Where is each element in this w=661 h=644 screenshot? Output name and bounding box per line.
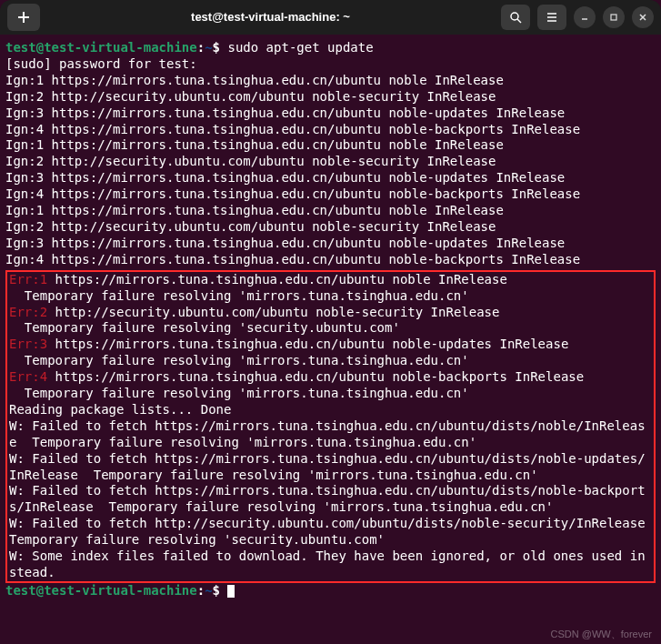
prompt-user-host: test@test-virtual-machine: [5, 583, 197, 598]
err-line: Err:2 http://security.ubuntu.com/ubuntu …: [9, 305, 652, 321]
plus-icon: [17, 11, 30, 24]
err-key: Err:2: [9, 305, 47, 319]
err-key: Err:3: [9, 337, 47, 351]
terminal-body[interactable]: test@test-virtual-machine:~$ sudo apt-ge…: [0, 35, 661, 599]
minimize-icon: [580, 13, 589, 22]
ign-line: Ign:1 https://mirrors.tuna.tsinghua.edu.…: [5, 137, 656, 154]
watermark: CSDN @WW、forever: [551, 628, 652, 640]
err-line: Temporary failure resolving 'mirrors.tun…: [9, 288, 652, 305]
window-title: test@test-virtual-machine: ~: [47, 10, 494, 25]
err-line: Err:3 https://mirrors.tuna.tsinghua.edu.…: [9, 337, 652, 353]
command-text: sudo apt-get update: [227, 40, 373, 55]
err-key: Err:1: [9, 272, 47, 287]
err-line: Err:1 https://mirrors.tuna.tsinghua.edu.…: [9, 272, 652, 288]
ign-line: Ign:3 https://mirrors.tuna.tsinghua.edu.…: [5, 170, 656, 186]
prompt-path: ~: [205, 40, 212, 55]
ign-line: Ign:2 http://security.ubuntu.com/ubuntu …: [5, 154, 656, 170]
search-button[interactable]: [501, 5, 530, 30]
prompt-dollar: $: [213, 40, 220, 55]
error-highlight-box: Err:1 https://mirrors.tuna.tsinghua.edu.…: [5, 270, 656, 583]
ign-lines: Ign:1 https://mirrors.tuna.tsinghua.edu.…: [5, 73, 656, 268]
prompt-dollar: $: [213, 583, 220, 598]
minimize-button[interactable]: [574, 6, 596, 28]
err-line: Temporary failure resolving 'mirrors.tun…: [9, 386, 652, 402]
err-key: Err:4: [9, 369, 47, 384]
prompt-path: ~: [205, 583, 212, 598]
prompt-sep: :: [197, 583, 205, 598]
hamburger-icon: [546, 11, 558, 24]
svg-point-0: [511, 13, 518, 20]
err-line: Temporary failure resolving 'security.ub…: [9, 320, 652, 337]
close-icon: [638, 13, 647, 22]
ign-line: Ign:3 https://mirrors.tuna.tsinghua.edu.…: [5, 106, 656, 122]
err-lines: Err:1 https://mirrors.tuna.tsinghua.edu.…: [9, 272, 652, 402]
prompt-line: test@test-virtual-machine:~$ sudo apt-ge…: [5, 40, 656, 56]
reading-lists-line: Reading package lists... Done: [9, 402, 652, 418]
ign-line: Ign:4 https://mirrors.tuna.tsinghua.edu.…: [5, 122, 656, 138]
ign-line: Ign:2 http://security.ubuntu.com/ubuntu …: [5, 219, 656, 236]
prompt-line-2: test@test-virtual-machine:~$: [5, 583, 656, 599]
warning-line: W: Failed to fetch http://security.ubunt…: [9, 516, 652, 548]
maximize-icon: [609, 13, 618, 22]
ign-line: Ign:1 https://mirrors.tuna.tsinghua.edu.…: [5, 73, 656, 89]
warning-line: W: Failed to fetch https://mirrors.tuna.…: [9, 418, 652, 451]
prompt-user-host: test@test-virtual-machine: [5, 40, 197, 55]
ign-line: Ign:4 https://mirrors.tuna.tsinghua.edu.…: [5, 252, 656, 268]
ign-line: Ign:4 https://mirrors.tuna.tsinghua.edu.…: [5, 186, 656, 203]
warning-line: W: Failed to fetch https://mirrors.tuna.…: [9, 451, 652, 484]
sudo-password-line: [sudo] password for test:: [5, 56, 656, 73]
warning-line: W: Some index files failed to download. …: [9, 548, 652, 581]
warning-lines: W: Failed to fetch https://mirrors.tuna.…: [9, 418, 652, 581]
titlebar-controls: [501, 5, 654, 30]
close-button[interactable]: [632, 6, 654, 28]
err-line: Err:4 https://mirrors.tuna.tsinghua.edu.…: [9, 369, 652, 386]
warning-line: W: Failed to fetch https://mirrors.tuna.…: [9, 483, 652, 516]
prompt-sep: :: [197, 40, 205, 55]
search-icon: [509, 11, 522, 24]
ign-line: Ign:1 https://mirrors.tuna.tsinghua.edu.…: [5, 203, 656, 219]
menu-button[interactable]: [537, 5, 566, 30]
new-tab-button[interactable]: [7, 4, 40, 31]
cursor: [227, 585, 235, 598]
maximize-button[interactable]: [603, 6, 625, 28]
svg-rect-3: [611, 15, 616, 20]
ign-line: Ign:2 http://security.ubuntu.com/ubuntu …: [5, 89, 656, 106]
svg-line-1: [517, 19, 521, 23]
err-line: Temporary failure resolving 'mirrors.tun…: [9, 353, 652, 369]
titlebar: test@test-virtual-machine: ~: [0, 0, 661, 35]
ign-line: Ign:3 https://mirrors.tuna.tsinghua.edu.…: [5, 236, 656, 252]
